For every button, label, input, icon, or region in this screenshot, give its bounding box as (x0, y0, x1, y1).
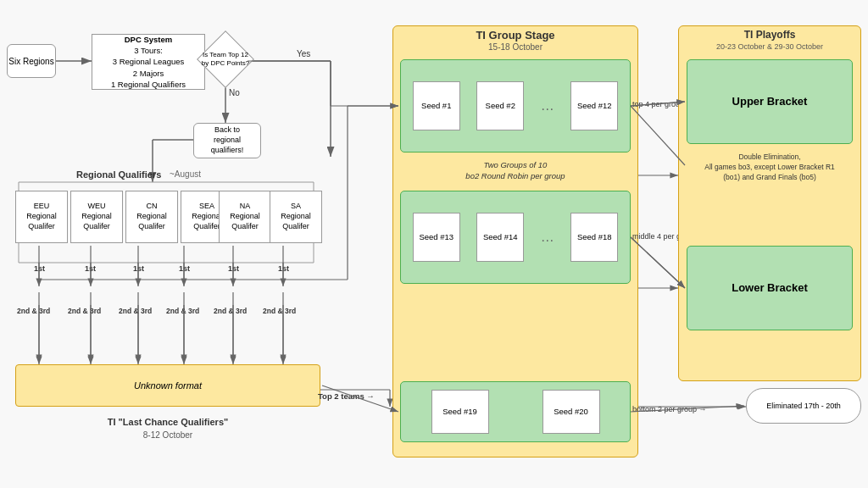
seed19-box: Seed #19 (431, 390, 489, 434)
lcq-box: Unknown format (15, 364, 320, 407)
ellipsis2: … (541, 230, 554, 245)
seed12-box: Seed #12 (570, 81, 618, 130)
sea-2nd3rd: 2nd & 3rd (166, 307, 199, 315)
seed18-box: Seed #18 (570, 213, 618, 262)
upper-bracket-box: Upper Bracket (687, 59, 853, 144)
yes-label: Yes (297, 49, 310, 58)
na-regional-box: NARegionalQualifer (219, 191, 271, 243)
dpc-system-box: DPC System 3 Tours: 3 Regional Leagues 2… (92, 34, 205, 90)
cn-regional-box: CNRegionalQualifer (125, 191, 178, 243)
sa-regional-box: SARegionalQualifer (270, 191, 322, 243)
bottom2-label: bottom 2 per group → (632, 405, 707, 413)
seed1-box: Seed #1 (413, 81, 460, 130)
group-stage-subtitle: 15-18 October (392, 42, 638, 52)
svg-line-33 (631, 237, 685, 288)
lower-bracket-box: Lower Bracket (687, 246, 853, 330)
ellipsis1: … (541, 98, 554, 114)
bottom-seeds-group: Seed #19 Seed #20 (400, 381, 631, 442)
playoffs-subtitle: 20-23 October & 29-30 October (678, 42, 861, 51)
eeu-2nd3rd: 2nd & 3rd (17, 307, 50, 315)
mid-seeds-group: Seed #13 Seed #14 … Seed #18 (400, 191, 631, 284)
playoffs-description: Double Elimination,All games bo3, except… (687, 152, 853, 183)
eeu-1st: 1st (34, 264, 45, 273)
cn-1st: 1st (133, 264, 144, 273)
weu-regional-box: WEURegionalQualifer (70, 191, 123, 243)
regional-qualifiers-title: Regional Qualifiers (76, 169, 161, 180)
group-stage-title: TI Group Stage (392, 29, 638, 42)
no-label: No (229, 88, 240, 97)
back-to-regional-box: Back toregionalqualifiers! (193, 123, 261, 158)
na-2nd3rd: 2nd & 3rd (214, 307, 247, 315)
top2-label: Top 2 teams → (318, 391, 375, 401)
main-diagram: Six Regions DPC System 3 Tours: 3 Region… (0, 0, 868, 488)
seed14-box: Seed #14 (476, 213, 524, 262)
eliminated-box: Eliminated 17th - 20th (746, 388, 861, 424)
top-seeds-group: Seed #1 Seed #2 … Seed #12 (400, 59, 631, 152)
weu-1st: 1st (85, 264, 96, 273)
seed20-box: Seed #20 (542, 390, 600, 434)
svg-line-55 (631, 237, 685, 288)
seed13-box: Seed #13 (413, 213, 460, 262)
regional-qualifiers-subtitle: ~August (170, 169, 201, 179)
seed2-box: Seed #2 (476, 81, 524, 130)
sea-1st: 1st (179, 264, 190, 273)
cn-2nd3rd: 2nd & 3rd (119, 307, 152, 315)
lcq-title: TI "Last Chance Qualifiers" (15, 417, 320, 427)
weu-2nd3rd: 2nd & 3rd (68, 307, 101, 315)
playoffs-title: TI Playoffs (678, 29, 861, 41)
sa-2nd3rd: 2nd & 3rd (263, 307, 296, 315)
lcq-subtitle: 8-12 October (15, 430, 320, 440)
svg-line-31 (631, 106, 685, 165)
dpc-points-label: Is Team Top 12 by DPC Points? (199, 44, 252, 75)
na-1st: 1st (228, 264, 239, 273)
sa-1st: 1st (278, 264, 289, 273)
six-regions-box: Six Regions (7, 44, 56, 78)
eeu-regional-box: EEURegionalQualifer (15, 191, 68, 243)
group-stage-description: Two Groups of 10bo2 Round Robin per grou… (400, 159, 631, 182)
